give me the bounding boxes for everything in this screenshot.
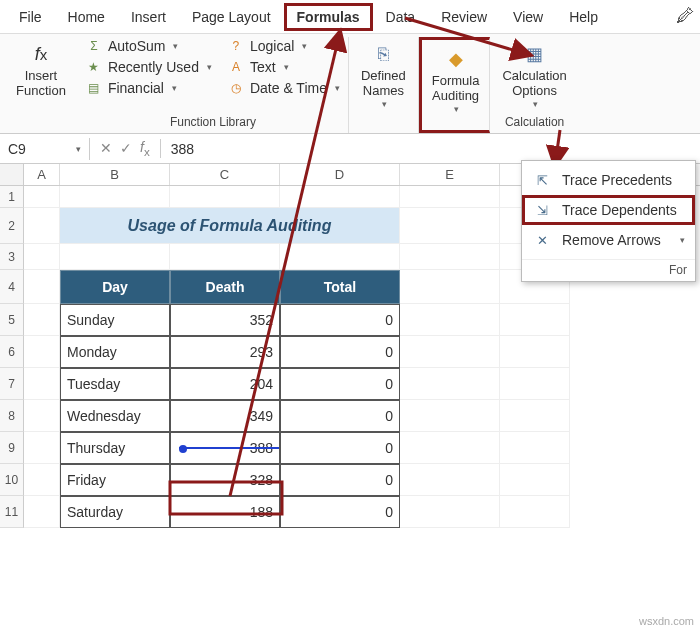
menu-view[interactable]: View bbox=[500, 3, 556, 31]
share-icon[interactable]: 🖉 bbox=[676, 6, 694, 27]
cell[interactable] bbox=[500, 432, 570, 464]
cell[interactable] bbox=[500, 496, 570, 528]
table-cell[interactable]: Sunday bbox=[60, 304, 170, 336]
menu-help[interactable]: Help bbox=[556, 3, 611, 31]
cell[interactable] bbox=[24, 464, 60, 496]
table-cell[interactable]: 0 bbox=[280, 400, 400, 432]
table-header-total[interactable]: Total bbox=[280, 270, 400, 304]
table-cell[interactable]: Wednesday bbox=[60, 400, 170, 432]
autosum-button[interactable]: ΣAutoSum▾ bbox=[82, 37, 183, 55]
row-header[interactable]: 3 bbox=[0, 244, 24, 270]
select-all-corner[interactable] bbox=[0, 164, 24, 185]
cell[interactable] bbox=[24, 186, 60, 208]
menu-page-layout[interactable]: Page Layout bbox=[179, 3, 284, 31]
cell[interactable] bbox=[60, 186, 170, 208]
col-E[interactable]: E bbox=[400, 164, 500, 185]
table-cell[interactable]: 0 bbox=[280, 464, 400, 496]
menu-home[interactable]: Home bbox=[55, 3, 118, 31]
cancel-icon[interactable]: ✕ bbox=[100, 140, 112, 156]
cell[interactable] bbox=[24, 336, 60, 368]
cell[interactable] bbox=[400, 186, 500, 208]
col-A[interactable]: A bbox=[24, 164, 60, 185]
row-header[interactable]: 8 bbox=[0, 400, 24, 432]
cell[interactable] bbox=[24, 400, 60, 432]
financial-button[interactable]: ▤Financial▾ bbox=[82, 79, 181, 97]
cell[interactable] bbox=[170, 244, 280, 270]
cell[interactable] bbox=[400, 244, 500, 270]
remove-arrows-item[interactable]: ✕Remove Arrows▾ bbox=[522, 225, 695, 255]
table-cell[interactable]: Thursday bbox=[60, 432, 170, 464]
cell[interactable] bbox=[400, 496, 500, 528]
selected-cell-c9[interactable]: 388 bbox=[170, 432, 280, 464]
cell[interactable] bbox=[400, 464, 500, 496]
title-cell[interactable]: Usage of Formula Auditing bbox=[60, 208, 400, 244]
cell[interactable] bbox=[24, 496, 60, 528]
cell[interactable] bbox=[170, 186, 280, 208]
defined-names-button[interactable]: ⎘ DefinedNames ▾ bbox=[353, 37, 414, 111]
col-C[interactable]: C bbox=[170, 164, 280, 185]
trace-precedents-item[interactable]: ⇱Trace Precedents bbox=[522, 165, 695, 195]
fx-icon[interactable]: fx bbox=[140, 139, 150, 158]
enter-icon[interactable]: ✓ bbox=[120, 140, 132, 156]
table-cell[interactable]: 188 bbox=[170, 496, 280, 528]
cell[interactable] bbox=[400, 368, 500, 400]
row-header[interactable]: 6 bbox=[0, 336, 24, 368]
col-B[interactable]: B bbox=[60, 164, 170, 185]
row-header[interactable]: 1 bbox=[0, 186, 24, 208]
table-cell[interactable]: 328 bbox=[170, 464, 280, 496]
calc-options-button[interactable]: ▦ CalculationOptions ▾ bbox=[494, 37, 574, 111]
table-cell[interactable]: 0 bbox=[280, 496, 400, 528]
cell[interactable] bbox=[400, 208, 500, 244]
cell[interactable] bbox=[24, 368, 60, 400]
cell[interactable] bbox=[400, 270, 500, 304]
menu-review[interactable]: Review bbox=[428, 3, 500, 31]
row-header[interactable]: 10 bbox=[0, 464, 24, 496]
table-cell[interactable]: Saturday bbox=[60, 496, 170, 528]
cell[interactable] bbox=[500, 304, 570, 336]
table-cell[interactable]: 0 bbox=[280, 432, 400, 464]
cell[interactable] bbox=[280, 186, 400, 208]
recently-used-button[interactable]: ★Recently Used▾ bbox=[82, 58, 216, 76]
datetime-button[interactable]: ◷Date & Time▾ bbox=[224, 79, 344, 97]
row-header[interactable]: 11 bbox=[0, 496, 24, 528]
row-header[interactable]: 4 bbox=[0, 270, 24, 304]
cell[interactable] bbox=[280, 244, 400, 270]
cell[interactable] bbox=[24, 244, 60, 270]
table-cell[interactable]: 349 bbox=[170, 400, 280, 432]
cell[interactable] bbox=[500, 400, 570, 432]
table-cell[interactable]: 352 bbox=[170, 304, 280, 336]
table-cell[interactable]: 0 bbox=[280, 336, 400, 368]
cell[interactable] bbox=[400, 400, 500, 432]
formula-auditing-button[interactable]: ◆ FormulaAuditing ▾ bbox=[424, 42, 488, 116]
name-box[interactable]: C9▾ bbox=[0, 138, 90, 160]
table-cell[interactable]: 204 bbox=[170, 368, 280, 400]
row-header[interactable]: 9 bbox=[0, 432, 24, 464]
formula-input[interactable]: 388 bbox=[161, 138, 700, 160]
cell[interactable] bbox=[500, 368, 570, 400]
table-header-day[interactable]: Day bbox=[60, 270, 170, 304]
table-cell[interactable]: 293 bbox=[170, 336, 280, 368]
table-cell[interactable]: Monday bbox=[60, 336, 170, 368]
cell[interactable] bbox=[24, 270, 60, 304]
cell[interactable] bbox=[24, 304, 60, 336]
cell[interactable] bbox=[24, 208, 60, 244]
table-cell[interactable]: 0 bbox=[280, 304, 400, 336]
cell[interactable] bbox=[400, 336, 500, 368]
table-cell[interactable]: 0 bbox=[280, 368, 400, 400]
col-D[interactable]: D bbox=[280, 164, 400, 185]
table-cell[interactable]: Friday bbox=[60, 464, 170, 496]
table-header-death[interactable]: Death bbox=[170, 270, 280, 304]
cell[interactable] bbox=[24, 432, 60, 464]
insert-function-button[interactable]: fx InsertFunction bbox=[8, 37, 74, 101]
menu-insert[interactable]: Insert bbox=[118, 3, 179, 31]
table-cell[interactable]: Tuesday bbox=[60, 368, 170, 400]
cell[interactable] bbox=[400, 432, 500, 464]
trace-dependents-item[interactable]: ⇲Trace Dependents bbox=[522, 195, 695, 225]
cell[interactable] bbox=[400, 304, 500, 336]
logical-button[interactable]: ?Logical▾ bbox=[224, 37, 311, 55]
cell[interactable] bbox=[60, 244, 170, 270]
row-header[interactable]: 5 bbox=[0, 304, 24, 336]
menu-data[interactable]: Data bbox=[373, 3, 429, 31]
menu-file[interactable]: File bbox=[6, 3, 55, 31]
text-button[interactable]: AText▾ bbox=[224, 58, 293, 76]
